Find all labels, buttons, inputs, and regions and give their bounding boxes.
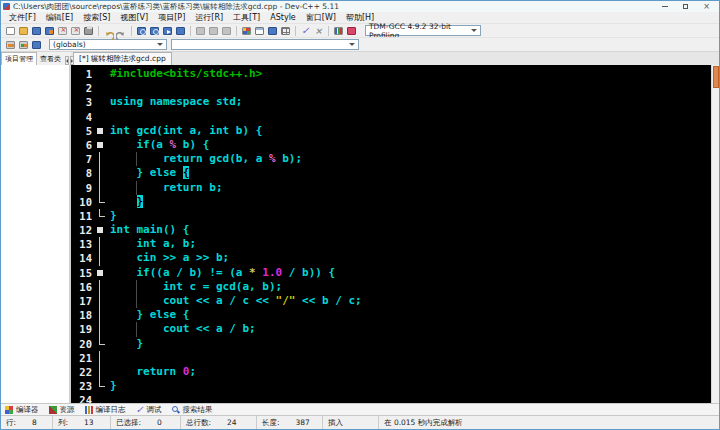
status-segment: 已选择:0 — [111, 416, 181, 429]
code-line[interactable]: 16 int c = gcd(a, b); — [71, 280, 711, 294]
code-line[interactable]: 21 — [71, 351, 711, 365]
stop-execution-button[interactable] — [220, 25, 233, 37]
line-number: 4 — [71, 110, 95, 124]
code-line[interactable]: 7 return gcd(b, a % b); — [71, 152, 711, 166]
float-panels-button[interactable] — [17, 39, 30, 51]
toolbar-separator — [131, 26, 132, 36]
compile-run-button[interactable] — [174, 25, 187, 37]
line-number: 22 — [71, 365, 95, 379]
report-tab-编译器[interactable]: 编译器 — [5, 405, 39, 415]
run-button[interactable] — [161, 25, 174, 37]
save-button[interactable] — [30, 25, 43, 37]
remove-format-button[interactable]: × — [312, 25, 325, 37]
menu-item-2[interactable]: 编辑[E] — [41, 12, 78, 23]
code-line[interactable]: 8 } else { — [71, 166, 711, 180]
layout-grid-button[interactable] — [279, 25, 292, 37]
tab-project-manager[interactable]: 项目管理 — [1, 52, 37, 65]
toggle-project-panel-button[interactable] — [4, 39, 17, 51]
scrollbar-thumb[interactable] — [713, 66, 719, 88]
float-panels-icon — [19, 41, 28, 49]
code-line[interactable]: 5int gcd(int a, int b) { — [71, 124, 711, 138]
code-line[interactable]: 20 } — [71, 337, 711, 351]
menu-item-5[interactable]: 项目[P] — [153, 12, 190, 23]
project-panel[interactable] — [1, 65, 71, 403]
editor-vertical-scrollbar[interactable] — [711, 65, 719, 403]
menu-item-7[interactable]: 工具[T] — [228, 12, 265, 23]
close-all-button[interactable] — [69, 25, 82, 37]
compiler-select[interactable]: TDM-GCC 4.9.2 32-bit Profiling — [365, 25, 481, 36]
code-line[interactable]: 1#include<bits/stdc++.h> — [71, 67, 711, 81]
compile-all-button[interactable] — [148, 25, 161, 37]
redo-button[interactable] — [115, 25, 128, 37]
code-line[interactable]: 13 int a, b; — [71, 237, 711, 251]
redo-icon — [116, 26, 127, 35]
report-tab-调试[interactable]: ✓调试 — [136, 405, 162, 415]
code-editor[interactable]: 1#include<bits/stdc++.h>23using namespac… — [71, 65, 711, 403]
menu-item-3[interactable]: 搜索[S] — [78, 12, 115, 23]
tab-class-view[interactable]: 查看类 — [37, 53, 64, 65]
menu-item-6[interactable]: 运行[R] — [190, 12, 228, 23]
code-line[interactable]: 9 return b; — [71, 181, 711, 195]
code-line[interactable]: 19 cout << a / b; — [71, 322, 711, 336]
status-parse-message: 在 0.015 秒内完成解析 — [379, 416, 719, 429]
package-manager-icon — [334, 27, 343, 35]
code-line[interactable]: 24 — [71, 393, 711, 403]
code-line[interactable]: 15 if((a / b) != (a * 1.0 / b)) { — [71, 266, 711, 280]
code-line[interactable]: 6 if(a % b) { — [71, 138, 711, 152]
maximize-icon[interactable] — [683, 4, 688, 9]
code-line[interactable]: 12int main() { — [71, 223, 711, 237]
print-button[interactable] — [82, 25, 95, 37]
fold-marker-icon[interactable] — [95, 266, 106, 280]
save-as-button[interactable] — [43, 25, 56, 37]
format-code-button[interactable]: ✓ — [299, 25, 312, 37]
fold-marker-icon[interactable] — [95, 124, 106, 138]
print-icon — [84, 27, 93, 35]
fold-marker-icon[interactable] — [95, 223, 106, 237]
open-file-button[interactable] — [17, 25, 30, 37]
code-line[interactable]: 18 } else { — [71, 308, 711, 322]
browser-window-button[interactable] — [266, 25, 279, 37]
menu-item-1[interactable]: 文件[F] — [4, 12, 41, 23]
remove-format-icon: × — [315, 27, 323, 35]
debug-button[interactable] — [194, 25, 207, 37]
menu-item-8[interactable]: AStyle — [265, 13, 301, 22]
code-line[interactable]: 3using namespace std; — [71, 95, 711, 109]
compile-button[interactable] — [135, 25, 148, 37]
status-segment: 列:13 — [53, 416, 111, 429]
globals-select-value: (globals) — [53, 40, 86, 49]
members-select[interactable] — [171, 39, 359, 50]
file-tab[interactable]: [*] 辗转相除法求gcd.cpp — [73, 52, 172, 65]
close-icon[interactable]: × — [703, 4, 710, 9]
panel-tabs-scroll-left-icon[interactable] — [65, 56, 69, 65]
code-line[interactable]: 2 — [71, 81, 711, 95]
profile-button[interactable] — [207, 25, 220, 37]
toggle-report-panel-button[interactable] — [30, 39, 43, 51]
code-line[interactable]: 10 } — [71, 195, 711, 209]
close-file-button[interactable] — [56, 25, 69, 37]
compile-run-icon — [176, 27, 185, 35]
donate-button[interactable] — [345, 25, 358, 37]
report-tab-编译日志[interactable]: 编译日志 — [85, 405, 126, 415]
report-tab-搜索结果[interactable]: 搜索结果 — [172, 405, 213, 415]
package-manager-button[interactable] — [332, 25, 345, 37]
code-line[interactable]: 14 cin >> a >> b; — [71, 251, 711, 265]
project-manager-icon — [242, 27, 251, 35]
minimize-icon[interactable] — [662, 6, 668, 7]
code-line[interactable]: 11} — [71, 209, 711, 223]
menu-item-9[interactable]: 窗口[W] — [301, 12, 341, 23]
menu-item-4[interactable]: 视图[V] — [115, 12, 153, 23]
project-manager-button[interactable] — [240, 25, 253, 37]
code-line[interactable]: 22 return 0; — [71, 365, 711, 379]
new-file-button[interactable] — [4, 25, 17, 37]
undo-button[interactable] — [102, 25, 115, 37]
code-line[interactable]: 17 cout << a / c << "/" << b / c; — [71, 294, 711, 308]
line-number: 23 — [71, 379, 95, 393]
code-line[interactable]: 4 — [71, 110, 711, 124]
code-text: return b; — [106, 181, 223, 195]
fold-marker-icon[interactable] — [95, 138, 106, 152]
code-text — [106, 81, 110, 95]
main-toolbar: ✓× TDM-GCC 4.9.2 32-bit Profiling — [1, 23, 719, 37]
report-window-button[interactable] — [253, 25, 266, 37]
code-line[interactable]: 23} — [71, 379, 711, 393]
report-tab-资源[interactable]: 资源 — [49, 405, 75, 415]
